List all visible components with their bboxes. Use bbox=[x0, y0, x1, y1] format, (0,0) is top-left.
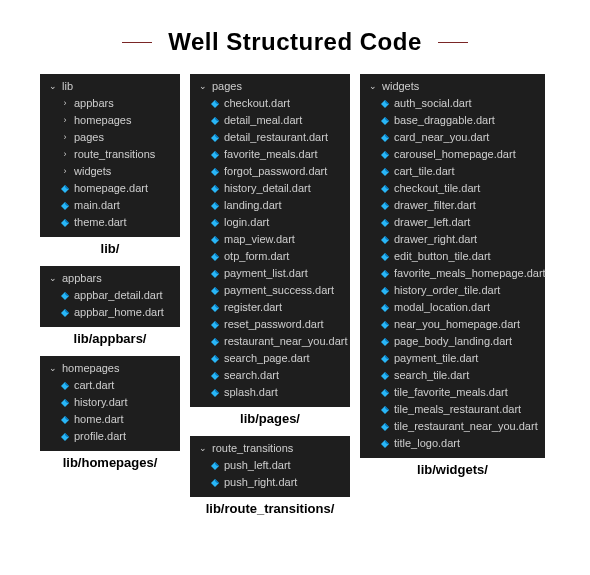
subfolder-homepages[interactable]: ›homepages bbox=[40, 112, 180, 129]
file-favorite_meals_homepage-dart[interactable]: favorite_meals_homepage.dart bbox=[360, 265, 545, 282]
pages-files: checkout.dartdetail_meal.dartdetail_rest… bbox=[190, 95, 350, 401]
file-payment_success-dart[interactable]: payment_success.dart bbox=[190, 282, 350, 299]
file-label: tile_favorite_meals.dart bbox=[394, 385, 508, 400]
file-near_you_homepage-dart[interactable]: near_you_homepage.dart bbox=[360, 316, 545, 333]
file-label: profile.dart bbox=[74, 429, 126, 444]
file-tile_favorite_meals-dart[interactable]: tile_favorite_meals.dart bbox=[360, 384, 545, 401]
file-push_left-dart[interactable]: push_left.dart bbox=[190, 457, 350, 474]
file-payment_list-dart[interactable]: payment_list.dart bbox=[190, 265, 350, 282]
folder-homepages[interactable]: ⌄ homepages bbox=[40, 360, 180, 377]
file-restaurant_near_you-dart[interactable]: restaurant_near_you.dart bbox=[190, 333, 350, 350]
file-drawer_right-dart[interactable]: drawer_right.dart bbox=[360, 231, 545, 248]
dart-file-icon bbox=[60, 415, 70, 425]
file-cart_tile-dart[interactable]: cart_tile.dart bbox=[360, 163, 545, 180]
file-label: theme.dart bbox=[74, 215, 127, 230]
dart-file-icon bbox=[60, 291, 70, 301]
subfolder-pages[interactable]: ›pages bbox=[40, 129, 180, 146]
homepages-files: cart.darthistory.darthome.dartprofile.da… bbox=[40, 377, 180, 445]
subfolder-widgets[interactable]: ›widgets bbox=[40, 163, 180, 180]
file-page_body_landing-dart[interactable]: page_body_landing.dart bbox=[360, 333, 545, 350]
file-label: card_near_you.dart bbox=[394, 130, 489, 145]
file-tile_meals_restaurant-dart[interactable]: tile_meals_restaurant.dart bbox=[360, 401, 545, 418]
file-main-dart[interactable]: main.dart bbox=[40, 197, 180, 214]
file-checkout-dart[interactable]: checkout.dart bbox=[190, 95, 350, 112]
file-homepage-dart[interactable]: homepage.dart bbox=[40, 180, 180, 197]
file-landing-dart[interactable]: landing.dart bbox=[190, 197, 350, 214]
file-forgot_password-dart[interactable]: forgot_password.dart bbox=[190, 163, 350, 180]
file-history_detail-dart[interactable]: history_detail.dart bbox=[190, 180, 350, 197]
file-label: register.dart bbox=[224, 300, 282, 315]
panel-appbars: ⌄ appbars appbar_detail.dartappbar_home.… bbox=[40, 266, 180, 327]
dart-file-icon bbox=[210, 150, 220, 160]
panel-pages: ⌄ pages checkout.dartdetail_meal.dartdet… bbox=[190, 74, 350, 407]
folder-widgets[interactable]: ⌄ widgets bbox=[360, 78, 545, 95]
file-modal_location-dart[interactable]: modal_location.dart bbox=[360, 299, 545, 316]
file-tile_restaurant_near_you-dart[interactable]: tile_restaurant_near_you.dart bbox=[360, 418, 545, 435]
dart-file-icon bbox=[60, 184, 70, 194]
file-search_tile-dart[interactable]: search_tile.dart bbox=[360, 367, 545, 384]
dart-file-icon bbox=[210, 286, 220, 296]
file-profile-dart[interactable]: profile.dart bbox=[40, 428, 180, 445]
file-card_near_you-dart[interactable]: card_near_you.dart bbox=[360, 129, 545, 146]
panel-route: ⌄ route_transitions push_left.dartpush_r… bbox=[190, 436, 350, 497]
dart-file-icon bbox=[210, 235, 220, 245]
file-map_view-dart[interactable]: map_view.dart bbox=[190, 231, 350, 248]
file-label: home.dart bbox=[74, 412, 124, 427]
dart-file-icon bbox=[210, 252, 220, 262]
file-payment_tile-dart[interactable]: payment_tile.dart bbox=[360, 350, 545, 367]
file-label: drawer_right.dart bbox=[394, 232, 477, 247]
file-title_logo-dart[interactable]: title_logo.dart bbox=[360, 435, 545, 452]
file-register-dart[interactable]: register.dart bbox=[190, 299, 350, 316]
file-theme-dart[interactable]: theme.dart bbox=[40, 214, 180, 231]
dart-file-icon bbox=[210, 371, 220, 381]
file-search_page-dart[interactable]: search_page.dart bbox=[190, 350, 350, 367]
file-label: otp_form.dart bbox=[224, 249, 289, 264]
dart-file-icon bbox=[380, 422, 390, 432]
file-auth_social-dart[interactable]: auth_social.dart bbox=[360, 95, 545, 112]
file-base_draggable-dart[interactable]: base_draggable.dart bbox=[360, 112, 545, 129]
page-title-wrap: Well Structured Code bbox=[0, 0, 590, 74]
file-history-dart[interactable]: history.dart bbox=[40, 394, 180, 411]
dart-file-icon bbox=[210, 116, 220, 126]
file-label: history_order_tile.dart bbox=[394, 283, 500, 298]
file-label: login.dart bbox=[224, 215, 269, 230]
file-drawer_filter-dart[interactable]: drawer_filter.dart bbox=[360, 197, 545, 214]
file-push_right-dart[interactable]: push_right.dart bbox=[190, 474, 350, 491]
file-label: forgot_password.dart bbox=[224, 164, 327, 179]
file-detail_meal-dart[interactable]: detail_meal.dart bbox=[190, 112, 350, 129]
file-drawer_left-dart[interactable]: drawer_left.dart bbox=[360, 214, 545, 231]
dart-file-icon bbox=[210, 337, 220, 347]
file-label: cart_tile.dart bbox=[394, 164, 455, 179]
file-login-dart[interactable]: login.dart bbox=[190, 214, 350, 231]
file-search-dart[interactable]: search.dart bbox=[190, 367, 350, 384]
file-edit_button_tile-dart[interactable]: edit_button_tile.dart bbox=[360, 248, 545, 265]
dart-file-icon bbox=[380, 269, 390, 279]
file-cart-dart[interactable]: cart.dart bbox=[40, 377, 180, 394]
file-checkout_tile-dart[interactable]: checkout_tile.dart bbox=[360, 180, 545, 197]
folder-lib[interactable]: ⌄ lib bbox=[40, 78, 180, 95]
file-favorite_meals-dart[interactable]: favorite_meals.dart bbox=[190, 146, 350, 163]
dart-file-icon bbox=[380, 235, 390, 245]
file-carousel_homepage-dart[interactable]: carousel_homepage.dart bbox=[360, 146, 545, 163]
file-home-dart[interactable]: home.dart bbox=[40, 411, 180, 428]
caption-route: lib/route_transitions/ bbox=[190, 501, 350, 516]
dart-file-icon bbox=[380, 405, 390, 415]
file-appbar_detail-dart[interactable]: appbar_detail.dart bbox=[40, 287, 180, 304]
file-label: map_view.dart bbox=[224, 232, 295, 247]
file-history_order_tile-dart[interactable]: history_order_tile.dart bbox=[360, 282, 545, 299]
file-appbar_home-dart[interactable]: appbar_home.dart bbox=[40, 304, 180, 321]
file-detail_restaurant-dart[interactable]: detail_restaurant.dart bbox=[190, 129, 350, 146]
file-label: edit_button_tile.dart bbox=[394, 249, 491, 264]
subfolder-appbars[interactable]: ›appbars bbox=[40, 95, 180, 112]
folder-pages[interactable]: ⌄ pages bbox=[190, 78, 350, 95]
folder-route-transitions[interactable]: ⌄ route_transitions bbox=[190, 440, 350, 457]
file-splash-dart[interactable]: splash.dart bbox=[190, 384, 350, 401]
subfolder-route_transitions[interactable]: ›route_transitions bbox=[40, 146, 180, 163]
dart-file-icon bbox=[210, 167, 220, 177]
caption-homepages: lib/homepages/ bbox=[40, 455, 180, 470]
file-label: landing.dart bbox=[224, 198, 282, 213]
file-otp_form-dart[interactable]: otp_form.dart bbox=[190, 248, 350, 265]
dart-file-icon bbox=[210, 354, 220, 364]
file-reset_password-dart[interactable]: reset_password.dart bbox=[190, 316, 350, 333]
folder-appbars[interactable]: ⌄ appbars bbox=[40, 270, 180, 287]
